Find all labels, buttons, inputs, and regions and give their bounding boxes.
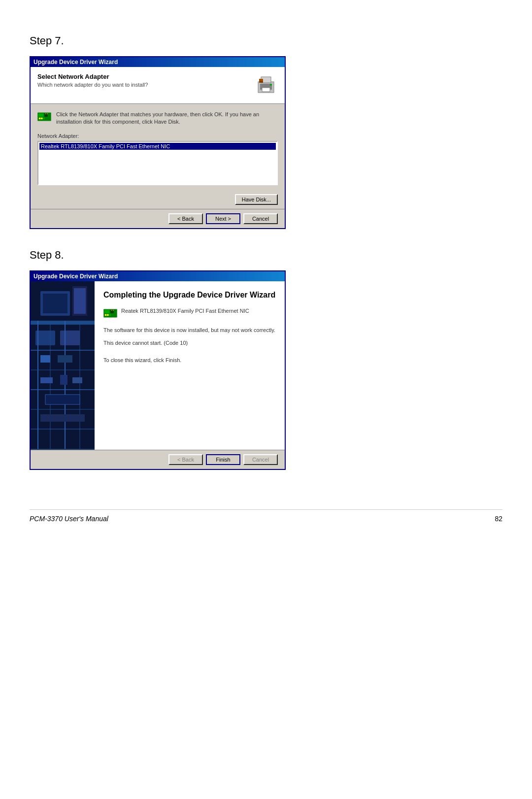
footer-page: 82	[495, 515, 502, 523]
device-wizard-icon	[254, 73, 278, 97]
step8-close-text: To close this wizard, click Finish.	[103, 357, 276, 363]
footer-manual: PCM-3370 User's Manual	[30, 515, 108, 523]
step8-dialog: Upgrade Device Driver Wizard	[30, 270, 286, 470]
step8-nic-row: Reatek RTL8139/810X Family PCI Fast Ethe…	[103, 307, 276, 319]
step7-content: Click the Network Adapter that matches y…	[31, 104, 285, 190]
have-disk-button[interactable]: Have Disk...	[235, 194, 278, 205]
step8-finish-button[interactable]: Finish	[206, 454, 240, 465]
step7-dialog: Upgrade Device Driver Wizard Select Netw…	[30, 56, 286, 229]
svg-rect-32	[40, 377, 53, 383]
step8-footer: < Back Finish Cancel	[31, 450, 285, 469]
svg-rect-40	[104, 310, 109, 313]
step7-titlebar: Upgrade Device Driver Wizard	[31, 57, 285, 67]
nic-icon-step8	[103, 307, 117, 319]
step7-back-button[interactable]: < Back	[168, 213, 203, 224]
step7-label: Step 7.	[30, 34, 502, 47]
step7-next-button[interactable]: Next >	[206, 213, 240, 224]
step8-cancel-button[interactable]: Cancel	[243, 454, 278, 465]
svg-rect-36	[40, 414, 85, 422]
adapter-selected-item[interactable]: Realtek RTL8139/810X Family PCI Fast Eth…	[39, 143, 276, 150]
circuit-board-graphic	[31, 281, 95, 449]
step7-info-row: Click the Network Adapter that matches y…	[37, 111, 278, 126]
svg-rect-35	[45, 395, 80, 404]
svg-rect-43	[107, 314, 108, 315]
step7-header-text: Select Network Adapter Which network ada…	[37, 73, 148, 88]
svg-rect-44	[109, 314, 110, 315]
svg-rect-10	[39, 118, 40, 119]
step7-header-subtitle: Which network adapter do you want to ins…	[37, 82, 148, 88]
step8-nic-text: Reatek RTL8139/810X Family PCI Fast Ethe…	[121, 307, 249, 315]
step7-header-section: Select Network Adapter Which network ada…	[31, 67, 285, 104]
svg-rect-6	[259, 79, 263, 81]
svg-rect-13	[45, 113, 46, 114]
svg-rect-3	[262, 88, 270, 92]
step8-desc1: The software for this device is now inst…	[103, 326, 276, 334]
svg-rect-12	[43, 118, 44, 119]
svg-rect-33	[60, 375, 67, 385]
svg-rect-31	[58, 355, 72, 363]
step8-label: Step 8.	[30, 249, 502, 262]
network-adapter-label: Network Adapter:	[37, 133, 278, 139]
svg-rect-38	[74, 288, 86, 314]
step8-desc2: This device cannot start. (Code 10)	[103, 339, 276, 347]
page-footer: PCM-3370 User's Manual 82	[30, 509, 502, 523]
step8-main: Completing the Upgrade Device Driver Wiz…	[95, 281, 285, 450]
svg-rect-17	[43, 294, 67, 313]
svg-rect-45	[111, 310, 112, 311]
svg-rect-42	[105, 314, 106, 315]
svg-rect-8	[38, 113, 43, 117]
nic-icon-step7	[37, 111, 51, 123]
step7-title-text: Upgrade Device Driver Wizard	[33, 59, 118, 66]
step8-body: Completing the Upgrade Device Driver Wiz…	[31, 281, 285, 450]
svg-point-4	[270, 84, 272, 86]
svg-rect-46	[113, 310, 114, 311]
step7-footer: < Back Next > Cancel	[31, 209, 285, 228]
step8-title-text: Upgrade Device Driver Wizard	[33, 273, 118, 280]
step7-cancel-button[interactable]: Cancel	[243, 213, 278, 224]
adapter-listbox[interactable]: Realtek RTL8139/810X Family PCI Fast Eth…	[37, 141, 278, 185]
step8-sidebar	[31, 281, 95, 450]
step7-info-text: Click the Network Adapter that matches y…	[56, 111, 278, 126]
svg-rect-20	[60, 331, 80, 345]
step8-back-button[interactable]: < Back	[168, 454, 203, 465]
have-disk-row: Have Disk...	[31, 190, 285, 209]
svg-rect-30	[40, 355, 50, 363]
svg-rect-18	[31, 321, 95, 325]
svg-rect-11	[41, 118, 42, 119]
step8-titlebar: Upgrade Device Driver Wizard	[31, 271, 285, 281]
step7-header-title: Select Network Adapter	[37, 73, 148, 80]
step8-title: Completing the Upgrade Device Driver Wiz…	[103, 290, 276, 300]
svg-rect-14	[47, 113, 48, 114]
svg-rect-34	[72, 377, 82, 383]
